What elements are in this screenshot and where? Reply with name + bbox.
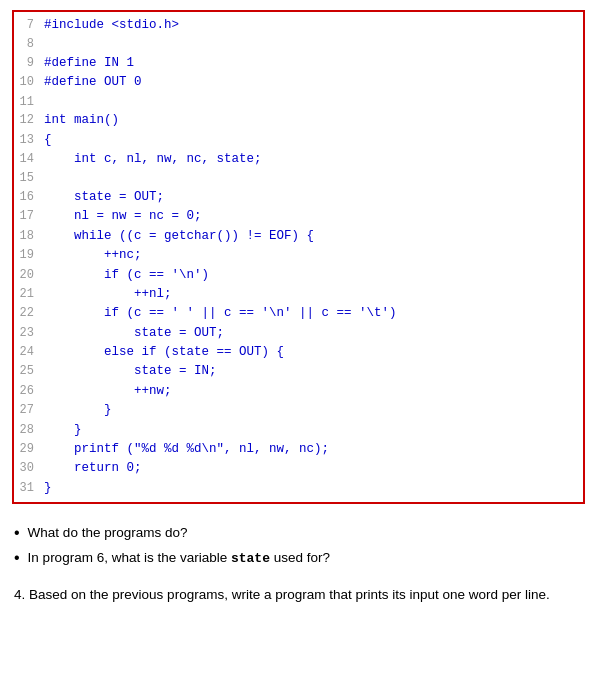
line-content: } (44, 421, 82, 440)
code-block: 7#include <stdio.h>89#define IN 110#defi… (14, 12, 583, 502)
code-line: 13{ (14, 131, 583, 150)
question-numbered-text: Based on the previous programs, write a … (29, 587, 550, 602)
bullet-icon-1: • (14, 522, 20, 544)
line-content: } (44, 479, 52, 498)
code-line: 11 (14, 93, 583, 112)
code-line: 22 if (c == ' ' || c == '\n' || c == '\t… (14, 304, 583, 323)
bullet-question-1: • What do the programs do? (14, 522, 583, 545)
question-text-2-post: used for? (270, 550, 330, 565)
line-number: 18 (14, 227, 44, 246)
line-content: #define IN 1 (44, 54, 134, 73)
line-number: 29 (14, 440, 44, 459)
code-line: 16 state = OUT; (14, 188, 583, 207)
code-line: 21 ++nl; (14, 285, 583, 304)
line-content: else if (state == OUT) { (44, 343, 284, 362)
line-number: 12 (14, 111, 44, 130)
code-line: 29 printf ("%d %d %d\n", nl, nw, nc); (14, 440, 583, 459)
line-content: } (44, 401, 112, 420)
code-line: 25 state = IN; (14, 362, 583, 381)
bullet-icon-2: • (14, 547, 20, 569)
code-line: 10#define OUT 0 (14, 73, 583, 92)
line-content: state = OUT; (44, 324, 224, 343)
line-number: 20 (14, 266, 44, 285)
line-content: if (c == '\n') (44, 266, 209, 285)
code-block-container: 7#include <stdio.h>89#define IN 110#defi… (12, 10, 585, 504)
line-number: 9 (14, 54, 44, 73)
code-line: 17 nl = nw = nc = 0; (14, 207, 583, 226)
numbered-question-4: 4. Based on the previous programs, write… (14, 584, 583, 606)
line-number: 23 (14, 324, 44, 343)
line-number: 10 (14, 73, 44, 92)
line-content: int c, nl, nw, nc, state; (44, 150, 262, 169)
line-content: while ((c = getchar()) != EOF) { (44, 227, 314, 246)
questions-section: • What do the programs do? • In program … (14, 522, 583, 606)
line-number: 26 (14, 382, 44, 401)
code-line: 8 (14, 35, 583, 54)
question-number: 4. (14, 587, 25, 602)
line-content: ++nc; (44, 246, 142, 265)
code-line: 15 (14, 169, 583, 188)
code-line: 23 state = OUT; (14, 324, 583, 343)
line-content: ++nw; (44, 382, 172, 401)
state-code: state (231, 551, 270, 566)
line-content: { (44, 131, 52, 150)
line-number: 22 (14, 304, 44, 323)
code-line: 20 if (c == '\n') (14, 266, 583, 285)
line-content: state = OUT; (44, 188, 164, 207)
code-line: 19 ++nc; (14, 246, 583, 265)
line-content: printf ("%d %d %d\n", nl, nw, nc); (44, 440, 329, 459)
line-number: 15 (14, 169, 44, 188)
line-number: 24 (14, 343, 44, 362)
line-content: int main() (44, 111, 119, 130)
question-text-2: In program 6, what is the variable state… (28, 547, 330, 570)
code-line: 24 else if (state == OUT) { (14, 343, 583, 362)
line-number: 13 (14, 131, 44, 150)
line-number: 30 (14, 459, 44, 478)
line-content: state = IN; (44, 362, 217, 381)
code-line: 31} (14, 479, 583, 498)
line-number: 17 (14, 207, 44, 226)
line-content: #include <stdio.h> (44, 16, 179, 35)
code-line: 14 int c, nl, nw, nc, state; (14, 150, 583, 169)
line-number: 19 (14, 246, 44, 265)
line-number: 7 (14, 16, 44, 35)
line-number: 11 (14, 93, 44, 112)
line-number: 21 (14, 285, 44, 304)
question-text-1: What do the programs do? (28, 522, 188, 545)
code-line: 27 } (14, 401, 583, 420)
code-line: 9#define IN 1 (14, 54, 583, 73)
line-number: 8 (14, 35, 44, 54)
line-number: 31 (14, 479, 44, 498)
bullet-question-2: • In program 6, what is the variable sta… (14, 547, 583, 570)
code-line: 7#include <stdio.h> (14, 16, 583, 35)
code-line: 30 return 0; (14, 459, 583, 478)
line-content: ++nl; (44, 285, 172, 304)
code-line: 18 while ((c = getchar()) != EOF) { (14, 227, 583, 246)
code-line: 28 } (14, 421, 583, 440)
code-line: 26 ++nw; (14, 382, 583, 401)
line-number: 28 (14, 421, 44, 440)
line-content: #define OUT 0 (44, 73, 142, 92)
line-number: 16 (14, 188, 44, 207)
code-line: 12int main() (14, 111, 583, 130)
line-content: if (c == ' ' || c == '\n' || c == '\t') (44, 304, 397, 323)
question-text-2-pre: In program 6, what is the variable (28, 550, 231, 565)
line-number: 27 (14, 401, 44, 420)
line-content: nl = nw = nc = 0; (44, 207, 202, 226)
line-number: 14 (14, 150, 44, 169)
line-number: 25 (14, 362, 44, 381)
line-content: return 0; (44, 459, 142, 478)
